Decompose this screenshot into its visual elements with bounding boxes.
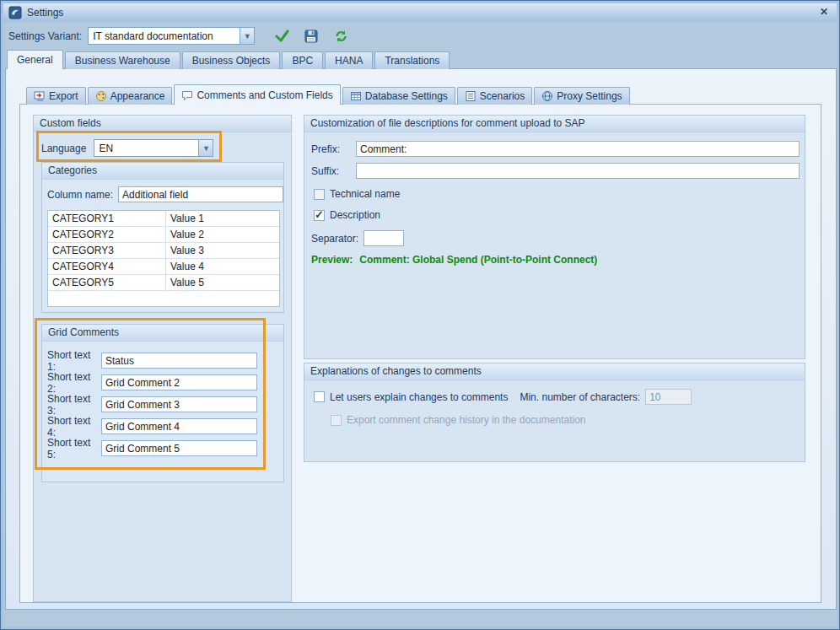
tab-database-settings[interactable]: Database Settings xyxy=(342,87,455,105)
column-name-input[interactable] xyxy=(118,186,283,202)
tab-label: Translations xyxy=(385,55,439,67)
tab-appearance[interactable]: Appearance xyxy=(88,87,173,105)
chevron-down-icon[interactable]: ▼ xyxy=(198,140,213,156)
short-text-label: Short text 3: xyxy=(47,393,101,417)
table-row[interactable]: CATEGORY4 Value 4 xyxy=(48,259,279,275)
column-name-label: Column name: xyxy=(47,189,113,201)
appearance-icon xyxy=(95,90,107,102)
suffix-label: Suffix: xyxy=(311,165,356,177)
tab-hana[interactable]: HANA xyxy=(325,51,373,69)
explanations-group: Explanations of changes to comments Let … xyxy=(304,363,805,462)
main-tab-strip: General Business Warehouse Business Obje… xyxy=(7,50,450,69)
language-combobox[interactable]: EN ▼ xyxy=(94,139,213,157)
group-title: Categories xyxy=(42,163,283,180)
variant-combobox[interactable]: IT standard documentation ▼ xyxy=(88,27,255,45)
short-text-label: Short text 4: xyxy=(47,415,101,439)
let-users-checkbox[interactable] xyxy=(314,391,325,402)
technical-name-row: Technical name xyxy=(314,188,400,200)
column-name-row: Column name: xyxy=(47,186,283,202)
group-title: Grid Comments xyxy=(42,325,283,342)
tab-general[interactable]: General xyxy=(7,50,63,69)
short-text-row: Short text 5: xyxy=(47,440,283,456)
tab-business-objects[interactable]: Business Objects xyxy=(182,51,281,69)
tab-translations[interactable]: Translations xyxy=(374,51,450,69)
tab-business-warehouse[interactable]: Business Warehouse xyxy=(65,51,180,69)
tab-proxy-settings[interactable]: Proxy Settings xyxy=(534,87,629,105)
description-checkbox[interactable] xyxy=(314,210,325,221)
suffix-input[interactable] xyxy=(356,163,800,179)
let-users-label: Let users explain changes to comments xyxy=(330,391,508,403)
export-history-row: Export comment change history in the doc… xyxy=(331,414,586,426)
tab-label: Appearance xyxy=(110,90,165,102)
short-text-2-input[interactable] xyxy=(101,374,257,390)
tab-scenarios[interactable]: Scenarios xyxy=(457,87,532,105)
titlebar: Settings ✕ xyxy=(3,3,837,22)
description-label: Description xyxy=(330,209,380,221)
separator-label: Separator: xyxy=(311,233,358,245)
apply-icon[interactable] xyxy=(273,28,290,45)
category-cell: CATEGORY3 xyxy=(48,243,166,258)
grid-comments-group: Grid Comments Short text 1: Short text 2… xyxy=(41,324,284,482)
group-title: Explanations of changes to comments xyxy=(304,363,805,380)
short-text-row: Short text 2: xyxy=(47,374,283,390)
group-title: Custom fields xyxy=(34,116,291,132)
tab-label: HANA xyxy=(335,55,363,67)
value-cell[interactable]: Value 3 xyxy=(166,243,279,258)
technical-name-checkbox[interactable] xyxy=(314,189,325,200)
value-cell[interactable]: Value 1 xyxy=(166,211,279,226)
min-chars-input xyxy=(645,389,692,405)
categories-table[interactable]: CATEGORY1 Value 1 CATEGORY2 Value 2 CATE… xyxy=(47,210,280,307)
category-cell: CATEGORY2 xyxy=(48,227,166,242)
export-history-label: Export comment change history in the doc… xyxy=(347,414,586,426)
save-icon[interactable] xyxy=(303,28,320,45)
tab-export[interactable]: Export xyxy=(26,87,86,105)
short-text-row: Short text 3: xyxy=(47,396,283,412)
preview-label: Preview: xyxy=(311,254,353,266)
short-text-label: Short text 1: xyxy=(47,349,101,373)
tab-bpc[interactable]: BPC xyxy=(282,51,323,69)
category-cell: CATEGORY1 xyxy=(48,211,166,226)
customization-group: Customization of file descriptions for c… xyxy=(304,115,805,359)
scenarios-icon xyxy=(465,90,477,102)
technical-name-label: Technical name xyxy=(330,188,400,200)
short-text-4-input[interactable] xyxy=(101,418,257,434)
min-chars-label: Min. number of characters: xyxy=(520,391,640,403)
short-text-row: Short text 1: xyxy=(47,353,283,369)
short-text-3-input[interactable] xyxy=(101,396,257,412)
general-tab-panel: Export Appearance xyxy=(5,68,837,610)
prefix-input[interactable] xyxy=(356,141,800,157)
app-icon xyxy=(8,6,22,19)
proxy-icon xyxy=(541,90,553,102)
category-cell: CATEGORY4 xyxy=(48,259,166,274)
tab-label: Business Objects xyxy=(192,55,271,67)
close-icon[interactable]: ✕ xyxy=(816,6,832,19)
table-row[interactable]: CATEGORY3 Value 3 xyxy=(48,243,279,259)
value-cell[interactable]: Value 5 xyxy=(166,275,279,290)
tab-label: Comments and Custom Fields xyxy=(197,89,332,101)
settings-window: Settings ✕ Settings Variant: IT standard… xyxy=(0,0,840,630)
chevron-down-icon[interactable]: ▼ xyxy=(240,28,254,44)
category-cell: CATEGORY5 xyxy=(48,275,166,290)
prefix-label: Prefix: xyxy=(311,143,356,155)
separator-input[interactable] xyxy=(363,230,404,246)
language-label: Language xyxy=(41,143,86,154)
comments-custom-fields-panel: Custom fields Language EN ▼ Categories C… xyxy=(19,104,821,603)
value-cell[interactable]: Value 2 xyxy=(166,227,279,242)
table-row[interactable]: CATEGORY1 Value 1 xyxy=(48,211,279,227)
refresh-icon[interactable] xyxy=(332,28,349,45)
short-text-1-input[interactable] xyxy=(101,353,257,369)
description-row: Description xyxy=(314,209,380,221)
short-text-label: Short text 2: xyxy=(47,371,101,395)
short-text-5-input[interactable] xyxy=(101,440,257,456)
database-icon xyxy=(350,90,362,102)
tab-comments-and-custom-fields[interactable]: Comments and Custom Fields xyxy=(174,84,340,105)
table-row[interactable]: CATEGORY2 Value 2 xyxy=(48,227,279,243)
preview-row: Preview: Comment: Global Spend (Point-to… xyxy=(311,254,597,266)
variant-value: IT standard documentation xyxy=(89,30,240,42)
preview-value: Comment: Global Spend (Point-to-Point Co… xyxy=(359,254,597,266)
tab-label: Scenarios xyxy=(480,90,525,102)
value-cell[interactable]: Value 4 xyxy=(166,259,279,274)
separator-row: Separator: xyxy=(311,230,404,246)
table-row[interactable]: CATEGORY5 Value 5 xyxy=(48,275,279,291)
export-icon xyxy=(34,90,46,102)
